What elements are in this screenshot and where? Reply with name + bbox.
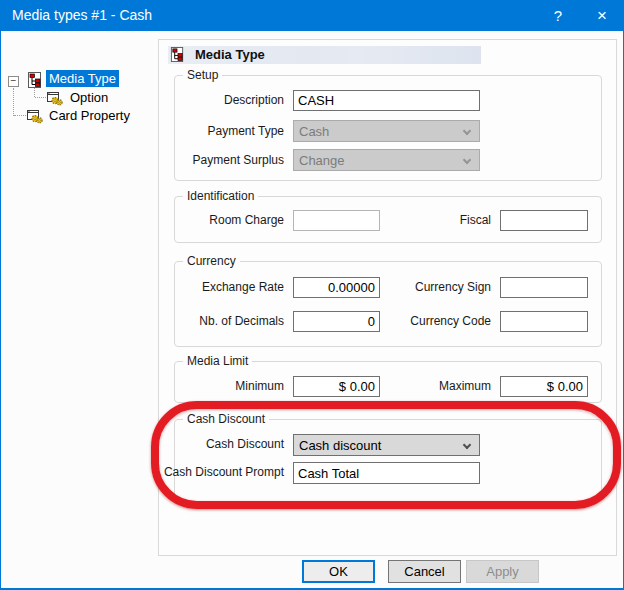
- tree-connector-line: [14, 115, 26, 116]
- currency-group-title: Currency: [183, 254, 240, 268]
- panel-title: Media Type: [195, 47, 265, 62]
- description-input[interactable]: [293, 90, 480, 111]
- apply-button: Apply: [466, 560, 539, 583]
- payment-surplus-label: Payment Surplus: [193, 153, 284, 167]
- tree-item-media-type[interactable]: Media Type: [46, 70, 119, 87]
- dropdown-chevron-icon: [463, 441, 471, 449]
- window-title: Media types #1 - Cash: [12, 7, 152, 23]
- nb-decimals-label: Nb. of Decimals: [199, 314, 284, 328]
- minimum-label: Minimum: [235, 379, 284, 393]
- setup-group-title: Setup: [183, 68, 222, 82]
- cash-discount-group: Cash Discount Cash Discount Cash discoun…: [174, 419, 602, 502]
- hierarchy-icon: [170, 47, 185, 66]
- dropdown-chevron-icon: [463, 156, 471, 164]
- fiscal-input[interactable]: [500, 210, 588, 231]
- payment-surplus-dropdown: Change: [293, 149, 480, 171]
- exchange-rate-input[interactable]: [293, 277, 380, 298]
- help-button[interactable]: ?: [540, 1, 576, 31]
- close-button[interactable]: ×: [584, 1, 620, 31]
- dropdown-chevron-icon: [463, 127, 471, 135]
- identification-group: Identification Room Charge Fiscal: [174, 196, 602, 243]
- tree-item-card-property[interactable]: Card Property: [46, 107, 133, 124]
- cash-discount-prompt-input[interactable]: [293, 462, 480, 484]
- media-limit-group-title: Media Limit: [183, 354, 252, 368]
- identification-group-title: Identification: [183, 189, 258, 203]
- setup-group: Setup Description Payment Type Cash Paym…: [174, 75, 602, 181]
- cash-discount-label: Cash Discount: [206, 437, 284, 451]
- panel-header: Media Type: [168, 46, 481, 64]
- room-charge-label: Room Charge: [209, 213, 284, 227]
- minimum-input[interactable]: [293, 376, 380, 397]
- cash-discount-dropdown[interactable]: Cash discount: [293, 434, 480, 456]
- maximum-label: Maximum: [439, 379, 491, 393]
- cash-discount-value: Cash discount: [299, 438, 381, 453]
- cancel-button[interactable]: Cancel: [388, 560, 461, 583]
- payment-type-value: Cash: [299, 124, 329, 139]
- payment-type-dropdown: Cash: [293, 120, 480, 142]
- nb-decimals-input[interactable]: [293, 311, 380, 332]
- tree-connector-line: [35, 97, 46, 98]
- maximum-input[interactable]: [500, 376, 588, 397]
- media-limit-group: Media Limit Minimum Maximum: [174, 361, 602, 403]
- hierarchy-icon: [27, 72, 43, 88]
- description-label: Description: [224, 93, 284, 107]
- exchange-rate-label: Exchange Rate: [202, 280, 284, 294]
- tree-expander-minus[interactable]: −: [8, 76, 19, 87]
- titlebar: Media types #1 - Cash ? ×: [1, 1, 623, 31]
- currency-sign-label: Currency Sign: [415, 280, 491, 294]
- tree-connector-line: [34, 88, 35, 97]
- cash-discount-group-title: Cash Discount: [183, 412, 269, 426]
- media-types-dialog: Media types #1 - Cash ? × − Media Type: [0, 0, 624, 590]
- currency-code-label: Currency Code: [410, 314, 491, 328]
- navigation-tree: − Media Type Option: [1, 31, 158, 588]
- currency-code-input[interactable]: [500, 311, 588, 332]
- ok-button[interactable]: OK: [302, 560, 375, 583]
- cash-discount-prompt-label: Cash Discount Prompt: [164, 465, 284, 479]
- gears-window-icon: [47, 90, 63, 106]
- currency-sign-input[interactable]: [500, 277, 588, 298]
- payment-surplus-value: Change: [299, 153, 345, 168]
- payment-type-label: Payment Type: [208, 124, 285, 138]
- fiscal-label: Fiscal: [460, 213, 491, 227]
- room-charge-input: [293, 210, 380, 231]
- currency-group: Currency Exchange Rate Currency Sign Nb.…: [174, 261, 602, 347]
- tree-connector-line: [13, 88, 14, 116]
- gears-window-icon: [27, 108, 43, 124]
- tree-item-option[interactable]: Option: [67, 89, 111, 106]
- media-type-panel: Media Type Setup Description Payment Typ…: [158, 39, 617, 556]
